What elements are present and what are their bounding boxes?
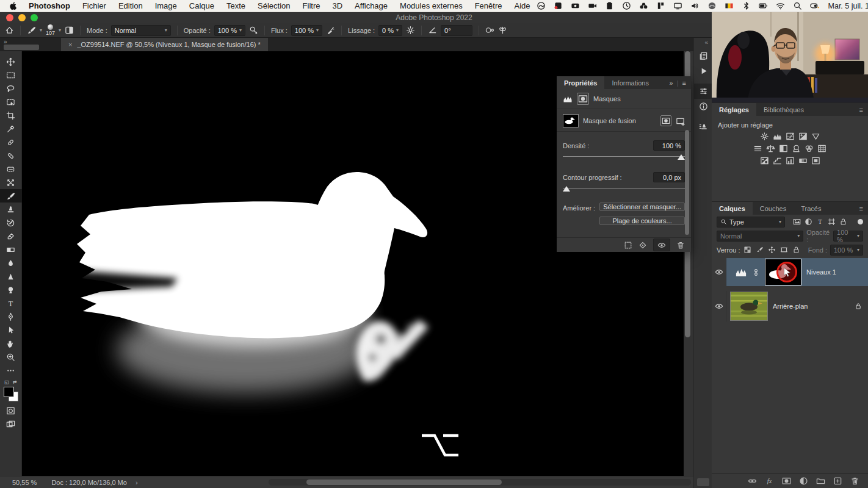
apple-menu-icon[interactable] xyxy=(0,1,25,10)
adjustment-photo-filter-button[interactable] xyxy=(791,143,802,154)
brush-size-picker[interactable]: 107 xyxy=(46,24,55,36)
zoom-tool[interactable] xyxy=(0,350,22,364)
display-icon[interactable] xyxy=(673,1,682,10)
blur-tool[interactable] xyxy=(0,256,22,270)
tab-reglages[interactable]: Réglages xyxy=(712,103,756,116)
hand-tool[interactable] xyxy=(0,337,22,350)
eyedropper-tool[interactable] xyxy=(0,122,22,135)
menu-item-filtre[interactable]: Filtre xyxy=(297,1,327,10)
properties-panel-icon[interactable] xyxy=(694,84,712,99)
foreground-color-swatch[interactable] xyxy=(4,387,14,397)
lock-all-icon[interactable] xyxy=(792,246,800,254)
path-selection-tool[interactable] xyxy=(0,323,22,337)
add-vector-mask-icon[interactable] xyxy=(676,117,685,126)
move-tool[interactable] xyxy=(0,55,22,68)
home-icon[interactable] xyxy=(5,26,14,35)
brush-settings-panel-toggle-icon[interactable] xyxy=(65,26,74,35)
spot-healing-tool[interactable] xyxy=(0,135,22,149)
filter-toggle-icon[interactable] xyxy=(858,219,863,224)
new-layer-icon[interactable] xyxy=(833,476,842,486)
history-panel-icon[interactable] xyxy=(694,48,712,63)
layer-filter-dropdown[interactable]: Type ▾ xyxy=(717,217,785,228)
spotlight-icon[interactable] xyxy=(793,1,802,10)
more-tools[interactable] xyxy=(0,364,22,377)
feather-slider[interactable] xyxy=(563,185,685,193)
density-value[interactable]: 100 % xyxy=(653,140,685,151)
assistant-icon[interactable] xyxy=(707,1,717,10)
layer-name[interactable]: Niveaux 1 xyxy=(806,268,836,276)
new-adjustment-layer-icon[interactable] xyxy=(799,476,808,486)
mask-link-icon[interactable] xyxy=(752,268,760,276)
brush-preset-icon[interactable] xyxy=(27,26,36,35)
adjustment-black-white-button[interactable] xyxy=(778,143,789,154)
layer-row-arriere-plan[interactable]: Arrière-plan xyxy=(712,291,868,321)
marquee-tool[interactable] xyxy=(0,68,22,82)
lock-paint-icon[interactable] xyxy=(756,246,764,254)
object-selection-tool[interactable] xyxy=(0,95,22,109)
mask-thumbnail[interactable] xyxy=(563,114,579,127)
type-tool[interactable]: T xyxy=(0,296,22,310)
properties-menu-icon[interactable]: ≡ xyxy=(682,79,686,87)
actions-panel-icon[interactable] xyxy=(694,63,712,79)
properties-scrollbar-thumb[interactable] xyxy=(685,130,689,235)
badged-app-icon[interactable] xyxy=(554,1,563,10)
wifi-icon[interactable] xyxy=(776,1,785,10)
mask-badge-icon[interactable] xyxy=(577,93,589,105)
horizontal-scroll-thumb[interactable] xyxy=(306,479,502,485)
menu-item-texte[interactable]: Texte xyxy=(220,1,251,10)
menu-item-fichier[interactable]: Fichier xyxy=(76,1,112,10)
eraser-tool[interactable] xyxy=(0,229,22,243)
volume-icon[interactable] xyxy=(690,1,700,10)
levels-badge-icon[interactable] xyxy=(563,94,573,104)
feather-value[interactable]: 0,0 px xyxy=(653,172,685,182)
adjustment-gradient-map-button[interactable] xyxy=(797,156,808,166)
tab-traces[interactable]: Tracés xyxy=(794,202,828,215)
flow-dropdown[interactable]: 100 % ▾ xyxy=(291,25,322,36)
panel-overflow-icon[interactable]: » xyxy=(670,79,673,87)
layer-style-icon[interactable]: fx xyxy=(765,476,774,486)
foreground-background-colors[interactable] xyxy=(4,387,18,401)
tab-proprietes[interactable]: Propriétés xyxy=(557,76,604,89)
canvas-horizontal-scrollbar[interactable] xyxy=(269,479,691,486)
screen-mode[interactable] xyxy=(0,417,22,431)
adjustment-threshold-button[interactable] xyxy=(784,156,795,166)
tab-informations[interactable]: Informations xyxy=(604,76,656,89)
clock-utility-icon[interactable] xyxy=(622,1,631,10)
new-group-icon[interactable] xyxy=(816,476,825,486)
layer-fill-field[interactable]: 100 % ▾ xyxy=(830,245,863,256)
tab-bibliotheques[interactable]: Bibliothèques xyxy=(756,103,811,116)
clipboard-icon[interactable] xyxy=(605,1,614,10)
info-panel-icon[interactable] xyxy=(694,99,712,114)
keyboard-flag-belgium-icon[interactable] xyxy=(725,1,734,10)
smoothing-dropdown[interactable]: 0 % ▾ xyxy=(378,25,402,36)
brush-angle-field[interactable]: 0° xyxy=(441,25,472,36)
tab-calques[interactable]: Calques xyxy=(712,202,753,215)
document-tab[interactable]: × _OZ99514.NEF @ 50,5% (Niveaux 1, Masqu… xyxy=(61,38,268,51)
menu-item-image[interactable]: Image xyxy=(149,1,183,10)
history-brush-tool[interactable] xyxy=(0,216,22,229)
swap-colors-icon[interactable]: ◱⇄ xyxy=(4,379,16,385)
menu-item-edition[interactable]: Edition xyxy=(112,1,149,10)
disable-mask-button[interactable] xyxy=(653,239,670,251)
adjustment-color-lookup-button[interactable] xyxy=(817,143,828,154)
panel-menu-icon[interactable]: ≡ xyxy=(859,103,868,116)
lock-artboard-icon[interactable] xyxy=(780,246,788,254)
adjustment-curves-button[interactable] xyxy=(784,131,795,142)
pressure-size-icon[interactable] xyxy=(485,26,494,35)
battery-icon[interactable] xyxy=(759,1,768,10)
content-aware-move-tool[interactable] xyxy=(0,176,22,189)
fast-user-switching-icon[interactable] xyxy=(810,1,819,10)
menu-item-aide[interactable]: Aide xyxy=(508,1,536,10)
filter-image-icon[interactable] xyxy=(793,218,801,226)
layers-panel-menu-icon[interactable]: ≡ xyxy=(859,202,868,215)
color-range-button[interactable]: Plage de couleurs... xyxy=(599,217,685,225)
airbrush-icon[interactable] xyxy=(326,26,335,35)
adjustment-hue-saturation-button[interactable] xyxy=(753,143,764,154)
symmetry-icon[interactable] xyxy=(498,26,507,35)
binoculars-icon[interactable] xyxy=(639,1,648,10)
adjustment-invert-button[interactable] xyxy=(759,156,770,166)
filter-lock-icon[interactable] xyxy=(839,218,847,226)
levels-adjustment-thumbnail-icon[interactable] xyxy=(735,266,747,278)
menu-item-3d[interactable]: 3D xyxy=(326,1,349,10)
density-slider[interactable] xyxy=(563,154,685,161)
